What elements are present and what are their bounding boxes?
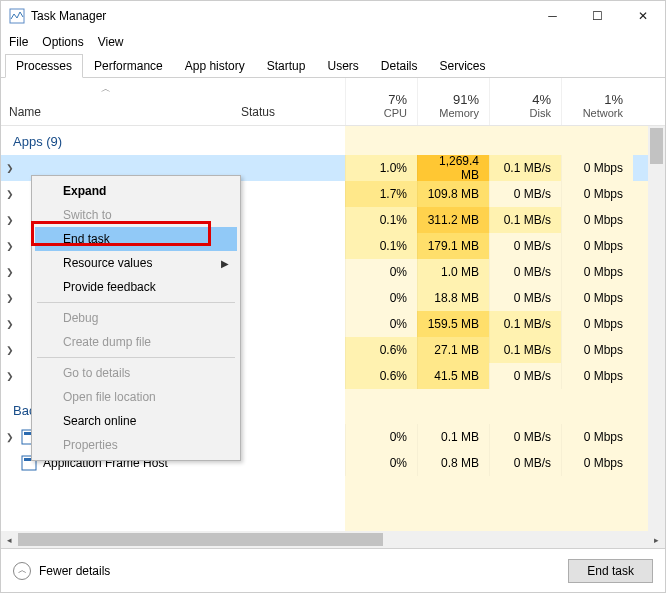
expand-caret-icon[interactable]: ❯ [5,319,15,329]
task-manager-window: Task Manager ─ ☐ ✕ File Options View Pro… [0,0,666,593]
context-menu: Expand Switch to End task Resource value… [31,175,241,461]
end-task-button[interactable]: End task [568,559,653,583]
expand-caret-icon[interactable]: ❯ [5,241,15,251]
menu-file[interactable]: File [9,35,28,49]
scroll-right-icon[interactable]: ▸ [648,531,665,548]
col-cpu-header[interactable]: 7% CPU [345,78,417,125]
expand-caret-icon[interactable]: ❯ [5,267,15,277]
ctx-properties: Properties [35,433,237,457]
ctx-search-online[interactable]: Search online [35,409,237,433]
expand-caret-icon[interactable]: ❯ [5,215,15,225]
maximize-button[interactable]: ☐ [575,1,620,31]
ctx-open-location: Open file location [35,385,237,409]
app-icon [9,8,25,24]
ctx-switch-to: Switch to [35,203,237,227]
ctx-provide-feedback[interactable]: Provide feedback [35,275,237,299]
expand-caret-icon[interactable]: ❯ [5,345,15,355]
sort-indicator-icon: ︿ [101,82,111,96]
ctx-create-dump: Create dump file [35,330,237,354]
menubar: File Options View [1,31,665,53]
tab-details[interactable]: Details [370,54,429,78]
ctx-resource-values[interactable]: Resource values ▶ [35,251,237,275]
col-network-header[interactable]: 1% Network [561,78,633,125]
expand-caret-icon[interactable]: ❯ [5,432,15,442]
tab-startup[interactable]: Startup [256,54,317,78]
tab-processes[interactable]: Processes [5,54,83,78]
group-apps[interactable]: Apps (9) [1,126,648,155]
menu-options[interactable]: Options [42,35,83,49]
menu-view[interactable]: View [98,35,124,49]
horizontal-scrollbar[interactable]: ◂ ▸ [1,531,665,548]
tabs: Processes Performance App history Startu… [1,53,665,78]
window-title: Task Manager [31,9,530,23]
minimize-button[interactable]: ─ [530,1,575,31]
expand-caret-icon[interactable]: ❯ [5,163,15,173]
expand-caret-icon[interactable]: ❯ [5,371,15,381]
close-button[interactable]: ✕ [620,1,665,31]
fewer-details-toggle[interactable]: ︿ Fewer details [13,562,110,580]
column-headers: ︿ Name Status 7% CPU 91% Memory 4% Disk … [1,78,665,126]
expand-caret-icon[interactable]: ❯ [5,293,15,303]
chevron-right-icon: ▶ [221,258,229,269]
expand-caret-icon[interactable]: ❯ [5,189,15,199]
col-status-header[interactable]: Status [235,78,345,125]
scroll-left-icon[interactable]: ◂ [1,531,18,548]
col-disk-header[interactable]: 4% Disk [489,78,561,125]
col-memory-header[interactable]: 91% Memory [417,78,489,125]
tab-users[interactable]: Users [316,54,369,78]
tab-services[interactable]: Services [429,54,497,78]
vertical-scrollbar[interactable] [648,126,665,531]
ctx-go-to-details: Go to details [35,361,237,385]
titlebar: Task Manager ─ ☐ ✕ [1,1,665,31]
footer: ︿ Fewer details End task [1,548,665,592]
ctx-end-task[interactable]: End task [35,227,237,251]
tab-performance[interactable]: Performance [83,54,174,78]
ctx-debug: Debug [35,306,237,330]
tab-app-history[interactable]: App history [174,54,256,78]
chevron-up-icon: ︿ [13,562,31,580]
col-name-header[interactable]: ︿ Name [1,78,235,125]
ctx-expand[interactable]: Expand [35,179,237,203]
